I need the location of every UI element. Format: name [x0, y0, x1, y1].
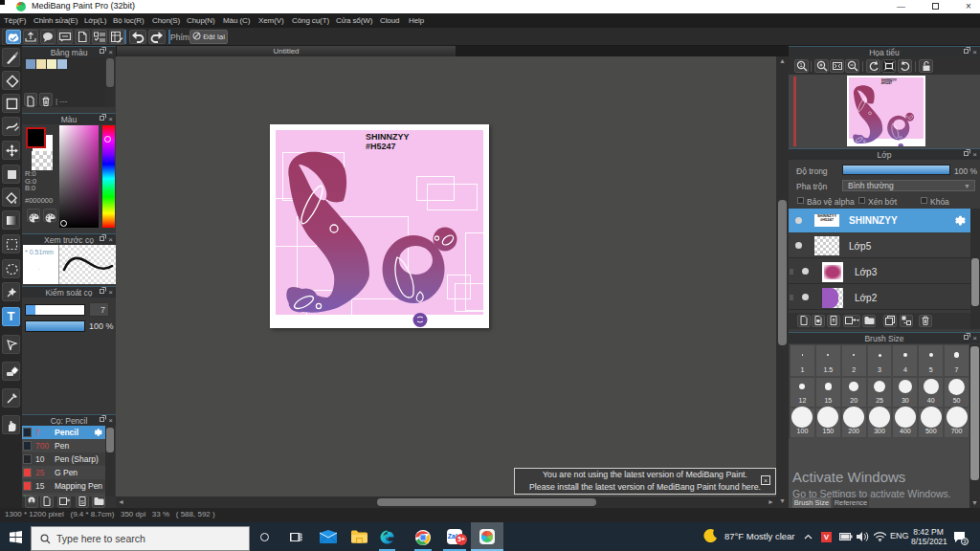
svg-text:#H5247: #H5247: [366, 142, 396, 151]
svg-text:SHINNZYY: SHINNZYY: [366, 132, 410, 142]
svg-text:S: S: [80, 499, 84, 505]
svg-text:1: 1: [799, 62, 802, 68]
